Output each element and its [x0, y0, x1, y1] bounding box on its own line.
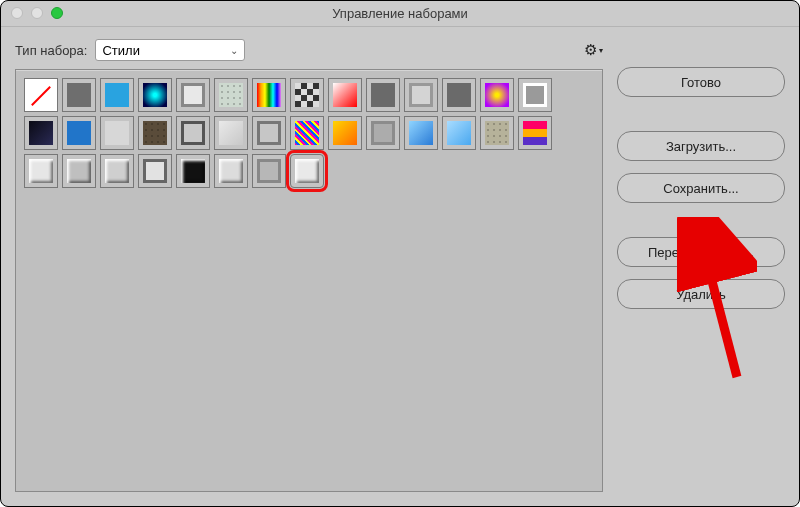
- preset-swatch[interactable]: [176, 154, 210, 188]
- preset-swatch[interactable]: [404, 116, 438, 150]
- chevron-down-icon: ⌄: [230, 45, 238, 56]
- preset-swatch[interactable]: [366, 78, 400, 112]
- preset-type-value: Стили: [102, 43, 139, 58]
- preset-swatch[interactable]: [214, 154, 248, 188]
- preset-swatch[interactable]: [290, 116, 324, 150]
- window-close-button[interactable]: [11, 7, 23, 19]
- preset-swatch[interactable]: [518, 78, 552, 112]
- left-panel: Тип набора: Стили ⌄ ⚙▾: [15, 39, 603, 492]
- preset-swatch[interactable]: [252, 116, 286, 150]
- preset-swatch[interactable]: [290, 154, 324, 188]
- preset-swatch[interactable]: [518, 116, 552, 150]
- preset-swatch[interactable]: [252, 78, 286, 112]
- preset-swatch[interactable]: [100, 116, 134, 150]
- preset-swatch[interactable]: [62, 78, 96, 112]
- preset-swatch[interactable]: [252, 154, 286, 188]
- preset-swatch[interactable]: [442, 78, 476, 112]
- chevron-down-icon: ▾: [599, 46, 603, 55]
- preset-type-label: Тип набора:: [15, 43, 87, 58]
- preset-swatch[interactable]: [62, 116, 96, 150]
- preset-swatch[interactable]: [138, 78, 172, 112]
- window-title: Управление наборами: [1, 1, 799, 27]
- preset-manager-window: Управление наборами Тип набора: Стили ⌄ …: [0, 0, 800, 507]
- gear-icon: ⚙: [584, 41, 597, 59]
- preset-grid: [24, 78, 594, 188]
- preset-swatch[interactable]: [328, 78, 362, 112]
- preset-swatch[interactable]: [100, 154, 134, 188]
- done-button[interactable]: Готово: [617, 67, 785, 97]
- save-button[interactable]: Сохранить...: [617, 173, 785, 203]
- button-column: Готово Загрузить... Сохранить... Переиме…: [617, 39, 785, 492]
- preset-swatch[interactable]: [62, 154, 96, 188]
- preset-swatch[interactable]: [24, 78, 58, 112]
- preset-grid-wrap: [15, 69, 603, 492]
- preset-swatch[interactable]: [176, 116, 210, 150]
- preset-type-select[interactable]: Стили ⌄: [95, 39, 245, 61]
- preset-swatch[interactable]: [24, 154, 58, 188]
- preset-swatch[interactable]: [290, 78, 324, 112]
- rename-button[interactable]: Переименовать...: [617, 237, 785, 267]
- delete-button[interactable]: Удалить: [617, 279, 785, 309]
- preset-swatch[interactable]: [24, 116, 58, 150]
- preset-swatch[interactable]: [100, 78, 134, 112]
- preset-swatch[interactable]: [366, 116, 400, 150]
- preset-swatch[interactable]: [328, 116, 362, 150]
- filter-row: Тип набора: Стили ⌄ ⚙▾: [15, 39, 603, 61]
- preset-swatch[interactable]: [138, 116, 172, 150]
- preset-swatch[interactable]: [404, 78, 438, 112]
- content: Тип набора: Стили ⌄ ⚙▾ Готово Загрузить.…: [1, 27, 799, 506]
- preset-swatch[interactable]: [138, 154, 172, 188]
- preset-swatch[interactable]: [176, 78, 210, 112]
- window-zoom-button[interactable]: [51, 7, 63, 19]
- load-button[interactable]: Загрузить...: [617, 131, 785, 161]
- titlebar: Управление наборами: [1, 1, 799, 27]
- window-minimize-button[interactable]: [31, 7, 43, 19]
- preset-swatch[interactable]: [480, 116, 514, 150]
- preset-swatch[interactable]: [480, 78, 514, 112]
- preset-swatch[interactable]: [214, 78, 248, 112]
- preset-swatch[interactable]: [442, 116, 476, 150]
- traffic-lights: [11, 7, 63, 19]
- preset-swatch[interactable]: [214, 116, 248, 150]
- flyout-menu-button[interactable]: ⚙▾: [584, 41, 603, 59]
